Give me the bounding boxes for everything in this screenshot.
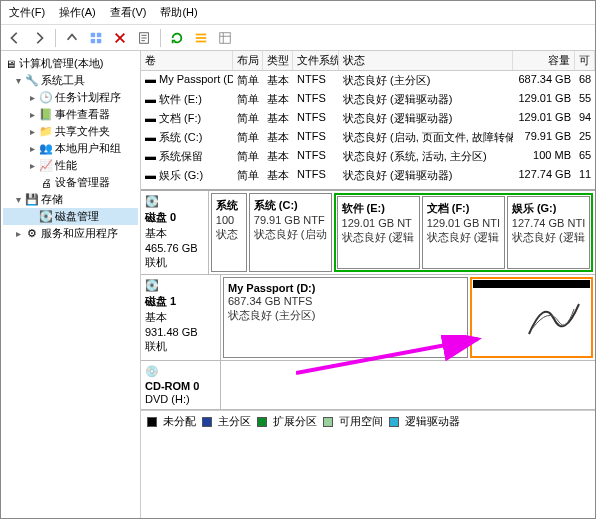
volume-header: 卷 布局 类型 文件系统 状态 容量 可: [141, 51, 595, 71]
volume-row[interactable]: ▬ 系统保留简单基本NTFS状态良好 (系统, 活动, 主分区)100 MB65: [141, 147, 595, 166]
svg-rect-7: [196, 40, 207, 42]
expand-icon[interactable]: ▸: [27, 92, 37, 103]
expand-icon[interactable]: ▸: [27, 126, 37, 137]
col-volume[interactable]: 卷: [141, 51, 233, 70]
device-icon: 🖨: [39, 176, 53, 190]
cd-icon: 💿: [145, 365, 159, 379]
part-sysres[interactable]: 系统 100 状态: [211, 193, 247, 272]
legend: 未分配 主分区 扩展分区 可用空间 逻辑驱动器: [141, 410, 595, 432]
tree-perf[interactable]: ▸📈性能: [3, 157, 138, 174]
svg-rect-8: [220, 32, 231, 43]
tree-devmgr[interactable]: 🖨设备管理器: [3, 174, 138, 191]
disk-0-partitions: 系统 100 状态 系统 (C:) 79.91 GB NTF 状态良好 (启动 …: [209, 191, 595, 274]
svg-rect-1: [97, 32, 101, 36]
grid-icon[interactable]: [86, 28, 106, 48]
cdrom-label[interactable]: 💿 CD-ROM 0 DVD (H:): [141, 361, 221, 409]
disk-0-status: 联机: [145, 255, 204, 270]
disk-1-size: 931.48 GB: [145, 326, 216, 338]
tree-localusers[interactable]: ▸👥本地用户和组: [3, 140, 138, 157]
col-layout[interactable]: 布局: [233, 51, 263, 70]
collapse-icon[interactable]: ▾: [13, 75, 23, 86]
expand-icon[interactable]: ▸: [27, 160, 37, 171]
swatch-free: [323, 417, 333, 427]
part-e[interactable]: 软件 (E:) 129.01 GB NT 状态良好 (逻辑: [337, 196, 420, 269]
volume-row[interactable]: ▬ 文档 (F:)简单基本NTFS状态良好 (逻辑驱动器)129.01 GB94: [141, 109, 595, 128]
menu-view[interactable]: 查看(V): [110, 5, 147, 20]
part-c[interactable]: 系统 (C:) 79.91 GB NTF 状态良好 (启动: [249, 193, 332, 272]
menubar: 文件(F) 操作(A) 查看(V) 帮助(H): [1, 1, 595, 25]
gear-icon: ⚙: [25, 227, 39, 241]
disk-graphical: 💽 磁盘 0 基本 465.76 GB 联机 系统 100 状态 系统 (C:)…: [141, 189, 595, 518]
tree-systools[interactable]: ▾🔧系统工具: [3, 72, 138, 89]
storage-icon: 💾: [25, 193, 39, 207]
clock-icon: 🕒: [39, 91, 53, 105]
tree-root[interactable]: 🖥计算机管理(本地): [3, 55, 138, 72]
highlight-orange: [470, 277, 593, 358]
tree-eventviewer[interactable]: ▸📗事件查看器: [3, 106, 138, 123]
disk-0-size: 465.76 GB: [145, 242, 204, 254]
tree-tasksched[interactable]: ▸🕒任务计划程序: [3, 89, 138, 106]
disk-1-partitions: My Passport (D:) 687.34 GB NTFS 状态良好 (主分…: [221, 275, 595, 360]
svg-rect-2: [91, 38, 95, 42]
collapse-icon[interactable]: ▾: [13, 194, 23, 205]
volume-row[interactable]: ▬ My Passport (D:)简单基本NTFS状态良好 (主分区)687.…: [141, 71, 595, 90]
col-type[interactable]: 类型: [263, 51, 293, 70]
disk-1-label[interactable]: 💽 磁盘 1 基本 931.48 GB 联机: [141, 275, 221, 360]
disk-1-status: 联机: [145, 339, 216, 354]
col-capacity[interactable]: 容量: [513, 51, 575, 70]
expand-icon[interactable]: ▸: [13, 228, 23, 239]
book-icon: 📗: [39, 108, 53, 122]
tree-storage[interactable]: ▾💾存储: [3, 191, 138, 208]
folder-icon: 📁: [39, 125, 53, 139]
swatch-extended: [257, 417, 267, 427]
disk-0-type: 基本: [145, 226, 204, 241]
swatch-logical: [389, 417, 399, 427]
swatch-primary: [202, 417, 212, 427]
disk-0-label[interactable]: 💽 磁盘 0 基本 465.76 GB 联机: [141, 191, 209, 274]
part-d[interactable]: My Passport (D:) 687.34 GB NTFS 状态良好 (主分…: [223, 277, 468, 358]
menu-action[interactable]: 操作(A): [59, 5, 96, 20]
detail-icon[interactable]: [215, 28, 235, 48]
content-pane: 卷 布局 类型 文件系统 状态 容量 可 ▬ My Passport (D:)简…: [141, 51, 595, 518]
refresh-icon[interactable]: [167, 28, 187, 48]
volume-row[interactable]: ▬ 系统 (C:)简单基本NTFS状态良好 (启动, 页面文件, 故障转储, 主…: [141, 128, 595, 147]
col-status[interactable]: 状态: [339, 51, 513, 70]
highlight-green: 软件 (E:) 129.01 GB NT 状态良好 (逻辑 文档 (F:) 12…: [334, 193, 593, 272]
svg-rect-0: [91, 32, 95, 36]
menu-file[interactable]: 文件(F): [9, 5, 45, 20]
wrench-icon: 🔧: [25, 74, 39, 88]
cdrom-drive: DVD (H:): [145, 393, 216, 405]
volume-row[interactable]: ▬ 娱乐 (G:)简单基本NTFS状态良好 (逻辑驱动器)127.74 GB11: [141, 166, 595, 185]
up-icon[interactable]: [62, 28, 82, 48]
volume-row[interactable]: ▬ 软件 (E:)简单基本NTFS状态良好 (逻辑驱动器)129.01 GB55: [141, 90, 595, 109]
delete-icon[interactable]: [110, 28, 130, 48]
part-g[interactable]: 娱乐 (G:) 127.74 GB NTI 状态良好 (逻辑: [507, 196, 590, 269]
cdrom-title: CD-ROM 0: [145, 380, 216, 392]
expand-icon[interactable]: ▸: [27, 109, 37, 120]
swatch-unalloc: [147, 417, 157, 427]
svg-rect-5: [196, 33, 207, 35]
part-f[interactable]: 文档 (F:) 129.01 GB NTI 状态良好 (逻辑: [422, 196, 505, 269]
properties-icon[interactable]: [134, 28, 154, 48]
list-icon[interactable]: [191, 28, 211, 48]
computer-icon: 🖥: [3, 57, 17, 71]
nav-tree: 🖥计算机管理(本地) ▾🔧系统工具 ▸🕒任务计划程序 ▸📗事件查看器 ▸📁共享文…: [1, 51, 141, 518]
tree-services[interactable]: ▸⚙服务和应用程序: [3, 225, 138, 242]
svg-rect-6: [196, 37, 207, 39]
back-icon[interactable]: [5, 28, 25, 48]
svg-rect-3: [97, 38, 101, 42]
disk-0-row: 💽 磁盘 0 基本 465.76 GB 联机 系统 100 状态 系统 (C:)…: [141, 191, 595, 275]
disk-1-title: 磁盘 1: [145, 294, 216, 309]
tree-diskmgmt[interactable]: 💽磁盘管理: [3, 208, 138, 225]
tree-shared[interactable]: ▸📁共享文件夹: [3, 123, 138, 140]
disk-icon: 💽: [39, 210, 53, 224]
disk-icon: 💽: [145, 195, 159, 209]
cdrom-body: [221, 361, 595, 409]
disk-0-title: 磁盘 0: [145, 210, 204, 225]
col-free[interactable]: 可: [575, 51, 595, 70]
forward-icon[interactable]: [29, 28, 49, 48]
col-fs[interactable]: 文件系统: [293, 51, 339, 70]
menu-help[interactable]: 帮助(H): [160, 5, 197, 20]
expand-icon[interactable]: ▸: [27, 143, 37, 154]
scribble-icon: [524, 294, 584, 342]
